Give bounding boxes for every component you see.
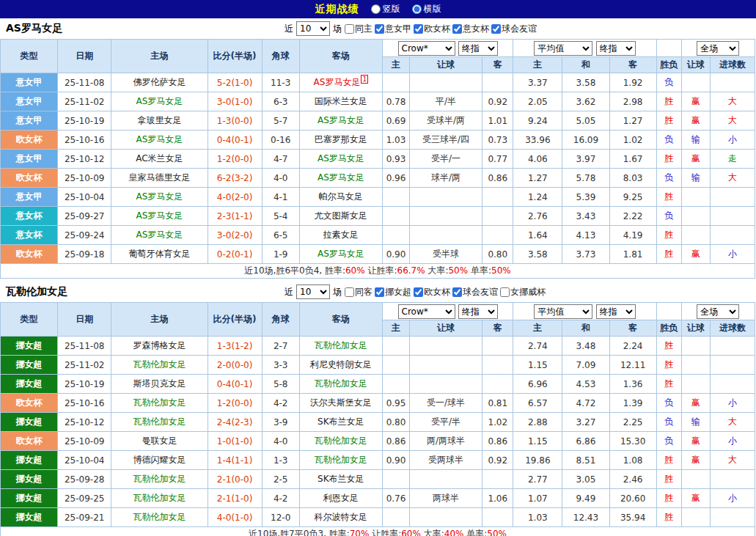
filter-checkbox-同客[interactable]: 同客 — [345, 286, 373, 298]
vertical-radio[interactable] — [371, 4, 381, 14]
checkbox-同主[interactable] — [345, 24, 354, 34]
home-team[interactable]: 斯塔贝克女足 — [111, 375, 208, 394]
home-team[interactable]: 葡萄牙体育女足 — [111, 245, 208, 264]
euro-away-odds: 1.67 — [609, 150, 656, 169]
home-team[interactable]: AS罗马女足 — [111, 131, 208, 150]
home-team[interactable]: AS罗马女足 — [111, 207, 208, 226]
home-team[interactable]: 瓦勒伦加女足 — [111, 356, 208, 375]
asia-company-select[interactable]: Crow* — [398, 41, 455, 56]
filter-checkbox-同主[interactable]: 同主 — [345, 23, 373, 35]
away-team[interactable]: 瓦勒伦加女足 — [299, 451, 382, 470]
away-team[interactable]: 帕尔马女足 — [299, 188, 382, 207]
filter-checkbox-挪女超[interactable]: 挪女超 — [375, 286, 411, 298]
away-team[interactable]: 国际米兰女足 — [299, 92, 382, 111]
layout-option-horizontal[interactable]: 横版 — [412, 3, 441, 15]
home-team[interactable]: AS罗马女足 — [111, 226, 208, 245]
away-team[interactable]: 科尔波特女足 — [299, 508, 382, 527]
filter-checkbox-意女杯[interactable]: 意女杯 — [452, 23, 489, 35]
euro-company-select[interactable]: 平均值 — [534, 41, 592, 56]
empty-header-cell — [656, 303, 681, 320]
asia-company-select-2[interactable]: Crow* — [398, 304, 455, 319]
asia-time-select-2[interactable]: 终指 — [458, 304, 498, 319]
home-team[interactable]: 瓦勒伦加女足 — [111, 413, 208, 432]
result-cell: 负 — [656, 73, 681, 92]
filter-checkbox-球会友谊[interactable]: 球会友谊 — [452, 286, 498, 298]
filter-checkbox-欧女杯[interactable]: 欧女杯 — [414, 286, 450, 298]
away-team[interactable]: AS罗马女足 — [299, 111, 382, 131]
euro-draw-odds: 6.86 — [562, 432, 609, 451]
away-team[interactable]: SK布兰女足 — [299, 470, 382, 489]
home-team[interactable]: 皇家马德里女足 — [111, 169, 208, 188]
asia-away-odds: 0.92 — [482, 451, 513, 470]
layout-option-vertical[interactable]: 竖版 — [371, 3, 400, 15]
home-team[interactable]: 瓦勒伦加女足 — [111, 508, 208, 527]
home-team[interactable]: 佛罗伦萨女足 — [111, 73, 208, 92]
home-team[interactable]: 罗森博格女足 — [111, 337, 208, 356]
checkbox-意女杯[interactable] — [452, 24, 462, 34]
away-team[interactable]: 拉素女足 — [299, 226, 382, 245]
summary-segment: 近10场,胜6平0负4, 胜率: — [244, 265, 345, 276]
euro-time-select-2[interactable]: 终指 — [596, 304, 636, 319]
home-team[interactable]: 拿玻里女足 — [111, 111, 208, 131]
away-team[interactable]: 利尼史特朗女足 — [299, 356, 382, 375]
checkbox-欧女杯[interactable] — [414, 287, 423, 297]
home-team[interactable]: AS罗马女足 — [111, 92, 208, 111]
away-team[interactable]: AS罗马女足 — [299, 169, 382, 188]
filter-checkbox-女挪威杯[interactable]: 女挪威杯 — [500, 286, 546, 298]
type-badge: 意女甲 — [1, 150, 58, 169]
match-count-select[interactable]: 10 — [296, 21, 330, 36]
checkbox-label: 挪女超 — [385, 286, 411, 298]
euro-home-odds: 3.37 — [513, 73, 562, 92]
checkbox-挪女超[interactable] — [375, 287, 384, 297]
checkbox-同客[interactable] — [345, 287, 354, 297]
away-team[interactable]: 沃尔夫斯堡女足 — [299, 394, 382, 413]
euro-time-select[interactable]: 终指 — [596, 41, 636, 56]
summary-segment: 50% — [487, 529, 507, 536]
filter-checkbox-球会友谊[interactable]: 球会友谊 — [491, 23, 537, 35]
checkbox-球会友谊[interactable] — [452, 287, 462, 297]
euro-company-select-2[interactable]: 平均值 — [534, 304, 592, 319]
checkbox-欧女杯[interactable] — [414, 24, 423, 34]
away-team[interactable]: 瓦勒伦加女足 — [299, 375, 382, 394]
corners-cell: 5-8 — [262, 375, 299, 394]
home-team[interactable]: AC米兰女足 — [111, 150, 208, 169]
match-count-select-2[interactable]: 10 — [296, 284, 330, 299]
checkbox-女挪威杯[interactable] — [500, 287, 510, 297]
away-team[interactable]: 巴塞罗那女足 — [299, 131, 382, 150]
asia-away-odds: 0.86 — [482, 432, 513, 451]
euro-home-odds: 1.27 — [513, 169, 562, 188]
asia-odds-controls: Crow* 终指 — [382, 40, 513, 57]
corners-cell: 6-5 — [262, 226, 299, 245]
home-team[interactable]: 瓦勒伦加女足 — [111, 489, 208, 508]
handicap-result-cell: 输 — [681, 413, 710, 432]
away-team[interactable]: AS罗马女足 — [299, 150, 382, 169]
home-team[interactable]: 博德闪耀女足 — [111, 451, 208, 470]
away-team[interactable]: 尤文图斯女足 — [299, 207, 382, 226]
horizontal-radio[interactable] — [412, 4, 422, 14]
away-team[interactable]: AS罗马女足1 — [299, 73, 382, 92]
home-team[interactable]: 瓦勒伦加女足 — [111, 394, 208, 413]
handicap-cell — [410, 470, 482, 489]
away-team[interactable]: 瓦勒伦加女足 — [299, 432, 382, 451]
home-team[interactable]: AS罗马女足 — [111, 188, 208, 207]
away-team[interactable]: SK布兰女足 — [299, 413, 382, 432]
checkbox-球会友谊[interactable] — [491, 24, 501, 34]
filter-checkbox-欧女杯[interactable]: 欧女杯 — [414, 23, 450, 35]
away-team[interactable]: 瓦勒伦加女足 — [299, 337, 382, 356]
page-title: 近期战绩 — [315, 3, 359, 16]
checkbox-意女甲[interactable] — [375, 24, 384, 34]
date-cell: 25-10-12 — [58, 413, 111, 432]
goals-cell: 小 — [710, 394, 755, 413]
scope-select[interactable]: 全场 — [697, 41, 739, 56]
goals-cell — [710, 470, 755, 489]
away-team[interactable]: 利恩女足 — [299, 489, 382, 508]
result-cell: 胜 — [656, 188, 681, 207]
filter-checkbox-意女甲[interactable]: 意女甲 — [375, 23, 411, 35]
home-team[interactable]: 曼联女足 — [111, 432, 208, 451]
scope-select-2[interactable]: 全场 — [697, 304, 739, 319]
away-team[interactable]: AS罗马女足 — [299, 245, 382, 264]
asia-time-select[interactable]: 终指 — [458, 41, 498, 56]
asia-home-odds: 0.90 — [382, 245, 409, 264]
home-team[interactable]: 瓦勒伦加女足 — [111, 470, 208, 489]
result-cell: 负 — [656, 413, 681, 432]
